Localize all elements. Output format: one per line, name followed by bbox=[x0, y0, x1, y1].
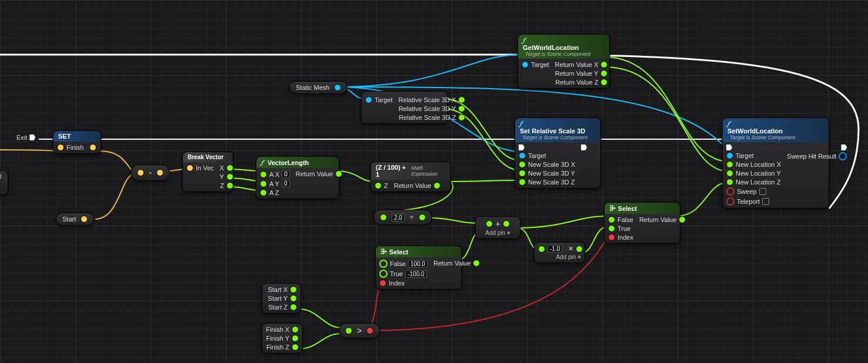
divide-node[interactable]: 2.0÷ bbox=[373, 210, 432, 225]
finishvec-node[interactable]: Finish X Finish Y Finish Z bbox=[262, 323, 303, 354]
greaterthan-node[interactable]: > bbox=[339, 323, 380, 338]
addpin-node[interactable]: + Add pin + bbox=[475, 216, 520, 239]
vectorlength-node[interactable]: VectorLength A X0 A Y0 A Z Return Value bbox=[256, 156, 339, 199]
select1-node[interactable]: ∃• Select False100.0 True-100.0 Index Re… bbox=[375, 246, 462, 290]
mult-node[interactable]: -1.0✕ Add pin + bbox=[534, 242, 585, 263]
relativescale-node[interactable]: Target Relative Scale 3D X Relative Scal… bbox=[361, 91, 448, 124]
start-var[interactable]: Start bbox=[56, 213, 94, 226]
sweep-checkbox[interactable] bbox=[759, 188, 766, 195]
mathexpr-node[interactable]: (Z / 100) + 1Math Expression Z Return Va… bbox=[370, 162, 451, 192]
select2-node[interactable]: ∃• Select False True Index Return Value bbox=[604, 202, 680, 244]
setrelativescale-node[interactable]: Set Relative Scale 3D Target is Scene Co… bbox=[515, 117, 601, 189]
setworldlocation-node[interactable]: SetWorldLocation Target is Scene Compone… bbox=[722, 117, 829, 209]
exit-exec[interactable]: Exit bbox=[16, 134, 35, 141]
startvec-node[interactable]: Start X Start Y Start Z bbox=[262, 283, 301, 314]
subtract-node[interactable]: - bbox=[131, 164, 170, 181]
getworldlocation-node[interactable]: GetWorldLocation Target is Scene Compone… bbox=[518, 34, 610, 89]
set-node[interactable]: SET Finish bbox=[53, 130, 101, 154]
staticmesh-var[interactable]: Static Mesh bbox=[289, 81, 348, 94]
partial-pin: d bbox=[0, 173, 2, 180]
break-vector-node[interactable]: Break Vector In Vec X Y Z bbox=[182, 152, 233, 192]
teleport-checkbox[interactable] bbox=[762, 198, 769, 205]
